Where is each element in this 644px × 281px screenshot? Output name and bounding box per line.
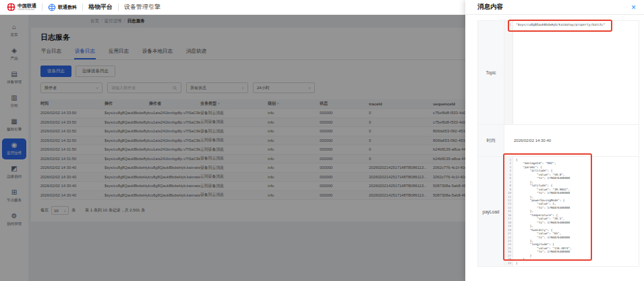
code-line: "ts": 1796876400000 xyxy=(516,191,572,195)
drawer-section-label: payLoad xyxy=(478,157,504,266)
line-number-gutter: 1234567891011121314151617181920212223242… xyxy=(504,157,513,266)
drawer-section-time: 时间2026/02/02 14:30:40 xyxy=(477,125,639,157)
unicom-digital-logo: 联通数科 xyxy=(48,3,77,11)
drawer-title: 消息内容 xyxy=(477,3,503,11)
line-number: 29 xyxy=(504,261,511,265)
globe-icon xyxy=(48,3,56,11)
code-lines: "$sys/cu8g8QaukBbdwHyb/kaimatwy/property… xyxy=(513,21,606,124)
china-unicom-logo: 中国联通 China Unicom xyxy=(7,3,36,11)
platform-name[interactable]: 格物平台 xyxy=(88,3,113,11)
code-line: "ts": 1796876400000 xyxy=(516,250,572,253)
logo-primary-subtext: China Unicom xyxy=(18,8,36,11)
code-line: } xyxy=(516,261,572,265)
drawer-section-label: 时间 xyxy=(478,125,504,156)
code-line: "$sys/cu8g8QaukBbdwHyb/kaimatwy/property… xyxy=(516,22,606,28)
drawer-body: Topic1"$sys/cu8g8QaukBbdwHyb/kaimatwy/pr… xyxy=(477,20,639,267)
drawer-header: 消息内容 × xyxy=(465,0,644,15)
close-icon[interactable]: × xyxy=(631,3,636,11)
drawer-section-label: Topic xyxy=(478,21,504,124)
divider xyxy=(82,3,83,11)
drawer-section-topic: Topic1"$sys/cu8g8QaukBbdwHyb/kaimatwy/pr… xyxy=(477,20,639,125)
drawer-section-value: 2026/02/02 14:30:40 xyxy=(504,125,639,156)
line-number-gutter: 1 xyxy=(504,21,513,124)
code-editor-topic[interactable]: 1"$sys/cu8g8QaukBbdwHyb/kaimatwy/propert… xyxy=(504,21,639,124)
code-line: "ts": 1796876400000 xyxy=(516,176,572,180)
code-line: "value": "26.5", xyxy=(516,217,572,220)
divider xyxy=(42,3,42,11)
message-content-drawer: 消息内容 × Topic1"$sys/cu8g8QaukBbdwHyb/kaim… xyxy=(465,0,644,281)
code-lines: { "messageId": "982", "params": { "altit… xyxy=(513,157,572,266)
line-number: 1 xyxy=(504,22,511,28)
logo-secondary-text: 联通数科 xyxy=(58,5,77,9)
drawer-section-payload: payLoad123456789101112131415161718192021… xyxy=(477,157,639,267)
china-unicom-knot-icon xyxy=(7,3,16,11)
engine-name[interactable]: 设备管理引擎 xyxy=(124,3,160,11)
overlay-mask[interactable] xyxy=(0,15,465,281)
code-editor-payload[interactable]: 1234567891011121314151617181920212223242… xyxy=(504,157,639,266)
divider xyxy=(118,3,119,11)
